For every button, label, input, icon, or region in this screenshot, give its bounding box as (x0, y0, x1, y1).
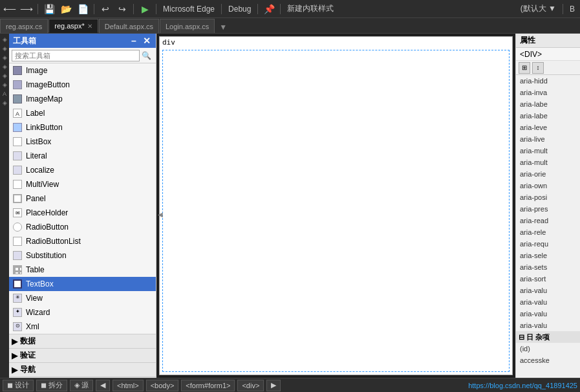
sep4 (156, 4, 156, 14)
tab-close-icon[interactable]: ✕ (87, 23, 92, 30)
toolbar-forward[interactable]: ⟶ (19, 2, 34, 16)
item-label: Wizard (26, 308, 50, 317)
props-item: aria-valu (516, 296, 580, 308)
toolbar-open[interactable]: 📂 (59, 2, 73, 16)
left-icon-7[interactable]: A (1, 91, 8, 98)
props-item-accesskey: accesske (516, 354, 580, 366)
section-label: 导航 (20, 364, 36, 375)
toolbox-section-validate[interactable]: ▶ 验证 (9, 348, 156, 362)
left-icon-5[interactable]: ◈ (1, 72, 8, 80)
toolbox-item-xml[interactable]: ⊙ Xml (9, 320, 156, 334)
toolbar-run[interactable]: ▶ (138, 2, 152, 16)
toolbar-redo[interactable]: ↪ (115, 2, 129, 16)
sep8 (563, 4, 563, 14)
item-label: RadioButton (26, 223, 69, 232)
toolbox-item-literal[interactable]: Literal (9, 149, 156, 163)
props-sort-alpha-btn[interactable]: ↕ (532, 62, 544, 74)
label-icon: A (13, 109, 22, 118)
toolbox-item-label[interactable]: A Label (9, 106, 156, 120)
props-item: aria-sets (516, 261, 580, 273)
toolbox-item-table[interactable]: Table (9, 263, 156, 277)
nav-left-btn[interactable]: ◀ (96, 380, 110, 391)
props-header: 属性 (516, 34, 580, 48)
item-label: View (26, 294, 43, 303)
props-item: aria-leve (516, 122, 580, 133)
nav-div[interactable]: <div> (237, 380, 264, 391)
toolbar-pin[interactable]: 📌 (262, 2, 276, 16)
props-item: aria-requ (516, 238, 580, 250)
search-icon[interactable]: 🔍 (140, 51, 153, 60)
toolbox-item-multiview[interactable]: MultiView (9, 177, 156, 191)
props-sort-category-btn[interactable]: ⊞ (519, 62, 530, 74)
toolbox-item-panel[interactable]: Panel (9, 191, 156, 206)
toolbox-search-input[interactable] (12, 50, 140, 61)
multiview-icon (13, 180, 22, 189)
tab-reg-aspx[interactable]: reg.aspx* ✕ (48, 19, 98, 33)
props-item: aria-mult (516, 145, 580, 157)
tab-reg-cs[interactable]: reg.aspx.cs (0, 19, 48, 33)
left-icon-4[interactable]: ◈ (1, 63, 8, 71)
toolbox-item-image[interactable]: Image (9, 63, 156, 78)
toolbox-item-imagemap[interactable]: ImageMap (9, 92, 156, 106)
tab-label: reg.aspx* (54, 22, 84, 30)
debug-label: Debug (226, 5, 253, 14)
nav-html[interactable]: <html> (113, 380, 144, 391)
toolbar-back[interactable]: ⟵ (3, 2, 17, 16)
substitution-icon (13, 251, 22, 260)
toolbox-close-btn[interactable]: ✕ (142, 36, 152, 46)
design-btn[interactable]: ◼ 设计 (3, 380, 34, 391)
table-icon (13, 265, 22, 274)
props-item: aria-mult (516, 157, 580, 168)
toolbox-item-substitution[interactable]: Substitution (9, 248, 156, 263)
item-label: Localize (26, 166, 54, 175)
item-label: MultiView (26, 180, 59, 189)
toolbox-item-textbox[interactable]: TextBox (9, 277, 156, 291)
left-icon-2[interactable]: ◈ (1, 45, 8, 53)
item-label: ImageMap (26, 94, 63, 103)
split-btn[interactable]: ◼ 拆分 (36, 380, 67, 391)
toolbox-item-localize[interactable]: Localize (9, 163, 156, 177)
toolbox-item-listbox[interactable]: ListBox (9, 135, 156, 149)
left-icon-6[interactable]: ◈ (1, 82, 8, 89)
toolbar-save[interactable]: 💾 (42, 2, 56, 16)
browser-label: Microsoft Edge (160, 5, 217, 14)
toolbox-section-data[interactable]: ▶ 数据 (9, 334, 156, 348)
toolbox-item-linkbutton[interactable]: LinkButton (9, 120, 156, 135)
collapse-icon: ⊟ (519, 333, 524, 342)
item-label: Table (26, 265, 45, 274)
source-icon: ◈ (74, 381, 80, 389)
tab-overflow[interactable]: ▼ (215, 21, 231, 33)
toolbox-section-login[interactable]: ▶ 登录 (9, 376, 156, 378)
nav-right-btn[interactable]: ▶ (266, 380, 281, 391)
toolbar-undo[interactable]: ↩ (98, 2, 113, 16)
props-item: aria-inva (516, 87, 580, 98)
category-label: 日 杂项 (526, 332, 550, 342)
toolbox-item-radiobutton[interactable]: RadioButton (9, 220, 156, 234)
editor-div-box[interactable]: ◀ (162, 50, 510, 372)
source-label: 源 (81, 380, 89, 390)
left-icon-8[interactable]: ◈ (1, 100, 8, 107)
nav-form-label: <form#form1> (186, 382, 230, 389)
tab-default-cs[interactable]: Default.aspx.cs (99, 19, 159, 33)
editor-content[interactable]: div ◀ (159, 36, 513, 375)
props-item: aria-pres (516, 203, 580, 215)
design-icon: ◼ (7, 381, 13, 389)
toolbox-item-view[interactable]: ✳ View (9, 291, 156, 305)
nav-body[interactable]: <body> (146, 380, 179, 391)
left-icon-1[interactable]: ◈ (1, 36, 8, 44)
toolbox-item-wizard[interactable]: ✦ Wizard (9, 305, 156, 320)
tab-login-cs[interactable]: Login.aspx.cs (160, 19, 215, 33)
toolbox-item-radiobuttonlist[interactable]: RadioButtonList (9, 234, 156, 248)
props-item: aria-read (516, 215, 580, 226)
toolbox-pin-btn[interactable]: – (129, 36, 139, 46)
nav-form[interactable]: <form#form1> (181, 380, 235, 391)
source-btn[interactable]: ◈ 源 (70, 380, 93, 391)
item-label: TextBox (26, 279, 54, 289)
wizard-icon: ✦ (13, 308, 22, 317)
toolbox-section-nav[interactable]: ▶ 导航 (9, 362, 156, 376)
toolbox-item-imagebutton[interactable]: ImageButton (9, 78, 156, 92)
toolbar-new[interactable]: 📄 (76, 2, 90, 16)
left-icon-3[interactable]: ◈ (1, 54, 8, 62)
toolbox-item-placeholder[interactable]: ✉ PlaceHolder (9, 206, 156, 220)
section-label: 数据 (20, 336, 36, 347)
